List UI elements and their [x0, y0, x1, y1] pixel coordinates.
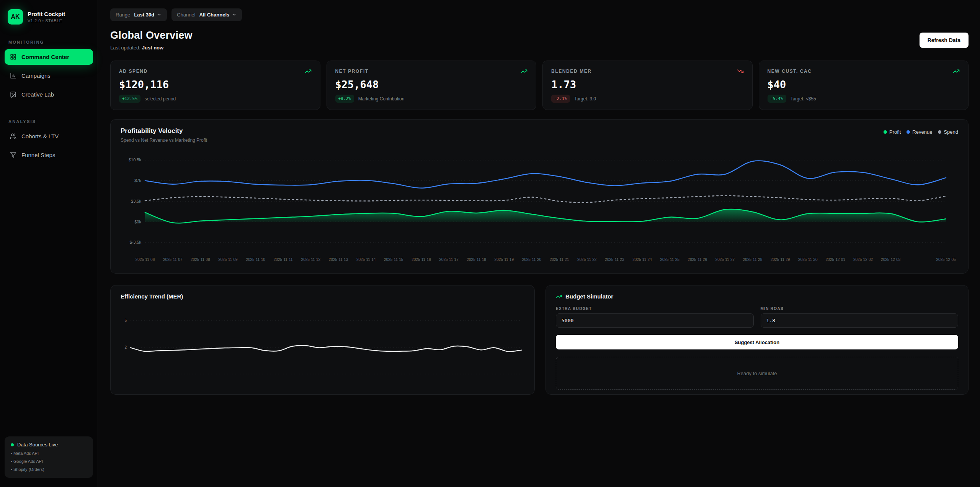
svg-text:$0k: $0k	[134, 220, 141, 224]
data-source-item: Meta Ads API	[11, 451, 87, 456]
svg-text:$10.5k: $10.5k	[129, 157, 142, 162]
legend-item-revenue[interactable]: Revenue	[906, 129, 932, 135]
sidebar-item-cohorts-ltv[interactable]: Cohorts & LTV	[5, 128, 93, 144]
budget-simulator-card: Budget Simulator EXTRA BUDGET MIN ROAS S…	[546, 285, 969, 395]
extra-budget-label: EXTRA BUDGET	[556, 307, 754, 311]
app-name: Profit Cockpit	[28, 11, 65, 17]
svg-text:2025-11-26: 2025-11-26	[688, 257, 707, 262]
svg-text:2025-11-11: 2025-11-11	[274, 257, 293, 262]
bottom-row: Efficiency Trend (MER) 52 Budget Simulat…	[110, 285, 969, 395]
trending-up-icon	[556, 294, 562, 300]
last-updated: Last updated:Just now	[110, 45, 193, 51]
extra-budget-input[interactable]	[556, 313, 754, 328]
kpi-value: $25,648	[335, 79, 528, 90]
svg-text:2025-11-18: 2025-11-18	[467, 257, 486, 262]
sidebar: AK Profit Cockpit V1.2.0 • STABLE MONITO…	[0, 0, 98, 487]
app-version: V1.2.0 • STABLE	[28, 18, 65, 23]
data-sources-panel: Data Sources Live Meta Ads API Google Ad…	[5, 436, 93, 478]
kpi-label: NEW CUST. CAC	[768, 69, 812, 74]
svg-text:2025-11-07: 2025-11-07	[163, 257, 183, 262]
sidebar-item-label: Cohorts & LTV	[21, 133, 59, 139]
kpi-note: Marketing Contribution	[358, 96, 405, 102]
svg-text:2025-11-08: 2025-11-08	[191, 257, 210, 262]
kpi-label: AD SPEND	[119, 69, 148, 74]
kpi-badge: -5.4%	[768, 95, 786, 103]
svg-text:2025-11-24: 2025-11-24	[632, 257, 652, 262]
kpi-label: BLENDED MER	[551, 69, 592, 74]
sidebar-item-label: Creative Lab	[21, 91, 54, 98]
refresh-data-button[interactable]: Refresh Data	[920, 33, 969, 48]
users-icon	[10, 133, 16, 139]
simulation-result-placeholder: Ready to simulate	[556, 357, 958, 390]
data-source-item: Google Ads API	[11, 459, 87, 464]
channel-label: Channel	[177, 12, 195, 18]
trending-up-icon	[953, 68, 960, 75]
funnel-icon	[10, 152, 16, 158]
chart-subtitle: Spend vs Net Revenue vs Marketing Profit	[121, 138, 207, 143]
profitability-velocity-card: Profitability Velocity Spend vs Net Reve…	[110, 119, 969, 274]
kpi-card-new-cust-cac: NEW CUST. CAC $40 -5.4% Target: <$55	[759, 61, 969, 110]
kpi-card-net-profit: NET PROFIT $25,648 +8.2% Marketing Contr…	[327, 61, 537, 110]
mer-chart: 52	[121, 303, 524, 385]
channel-value: All Channels	[199, 12, 230, 18]
svg-text:2025-12-01: 2025-12-01	[826, 257, 846, 262]
range-value: Last 30d	[134, 12, 154, 18]
chevron-down-icon	[232, 12, 237, 17]
svg-text:2025-11-10: 2025-11-10	[246, 257, 265, 262]
svg-text:2025-11-16: 2025-11-16	[412, 257, 431, 262]
kpi-card-ad-spend: AD SPEND $120,116 +12.5% selected period	[110, 61, 320, 110]
app-logo: AK	[8, 9, 23, 25]
dashboard-grid-icon	[10, 54, 16, 60]
filter-bar: Range Last 30d Channel All Channels	[110, 8, 969, 21]
chart-title: Profitability Velocity	[121, 127, 207, 135]
legend-item-spend[interactable]: Spend	[938, 129, 958, 135]
image-icon	[10, 91, 16, 98]
svg-text:2025-11-12: 2025-11-12	[301, 257, 321, 262]
page-header: Global Overview Last updated:Just now Re…	[110, 30, 969, 51]
svg-text:2025-12-03: 2025-12-03	[881, 257, 901, 262]
channel-select[interactable]: Channel All Channels	[172, 8, 242, 21]
kpi-note: selected period	[145, 96, 176, 102]
app-logo-row: AK Profit Cockpit V1.2.0 • STABLE	[5, 9, 93, 25]
main-content: Range Last 30d Channel All Channels Glob…	[98, 0, 980, 395]
page-title: Global Overview	[110, 30, 193, 41]
sidebar-item-command-center[interactable]: Command Center	[5, 49, 93, 65]
svg-text:2025-11-29: 2025-11-29	[771, 257, 790, 262]
sidebar-item-campaigns[interactable]: Campaigns	[5, 68, 93, 84]
kpi-badge: +12.5%	[119, 95, 140, 103]
min-roas-label: MIN ROAS	[761, 307, 959, 311]
kpi-card-blended-mer: BLENDED MER 1.73 -2.1% Target: 3.0	[542, 61, 753, 110]
svg-text:$-3.5k: $-3.5k	[129, 240, 141, 244]
svg-text:5: 5	[124, 318, 127, 323]
svg-text:$3.5k: $3.5k	[131, 199, 141, 203]
status-dot	[11, 443, 14, 446]
svg-text:2025-11-14: 2025-11-14	[356, 257, 376, 262]
sidebar-item-creative-lab[interactable]: Creative Lab	[5, 87, 93, 102]
svg-text:2025-12-05: 2025-12-05	[936, 257, 956, 262]
legend-item-profit[interactable]: Profit	[884, 129, 901, 135]
kpi-badge: -2.1%	[551, 95, 570, 103]
legend-dot	[884, 130, 887, 134]
sidebar-item-label: Campaigns	[21, 72, 51, 79]
chart-legend: Profit Revenue Spend	[884, 129, 958, 135]
sidebar-item-label: Funnel Steps	[21, 152, 55, 158]
svg-text:2025-12-02: 2025-12-02	[853, 257, 873, 262]
nav-section-analysis: ANALYSIS	[8, 119, 89, 124]
kpi-value: $120,116	[119, 79, 312, 90]
svg-text:2025-11-19: 2025-11-19	[495, 257, 514, 262]
svg-text:2025-11-22: 2025-11-22	[577, 257, 597, 262]
svg-text:2025-11-21: 2025-11-21	[550, 257, 569, 262]
range-select[interactable]: Range Last 30d	[110, 8, 167, 21]
svg-text:2025-11-20: 2025-11-20	[522, 257, 542, 262]
svg-text:2025-11-13: 2025-11-13	[329, 257, 348, 262]
kpi-badge: +8.2%	[335, 95, 354, 103]
kpi-value: $40	[768, 79, 960, 90]
min-roas-input[interactable]	[761, 313, 959, 328]
chevron-down-icon	[157, 12, 162, 17]
kpi-note: Target: <$55	[791, 96, 816, 102]
data-source-item: Shopify (Orders)	[11, 467, 87, 472]
sidebar-item-funnel-steps[interactable]: Funnel Steps	[5, 147, 93, 163]
svg-text:$7k: $7k	[134, 178, 141, 183]
suggest-allocation-button[interactable]: Suggest Allocation	[556, 335, 958, 349]
svg-text:2: 2	[124, 345, 127, 349]
